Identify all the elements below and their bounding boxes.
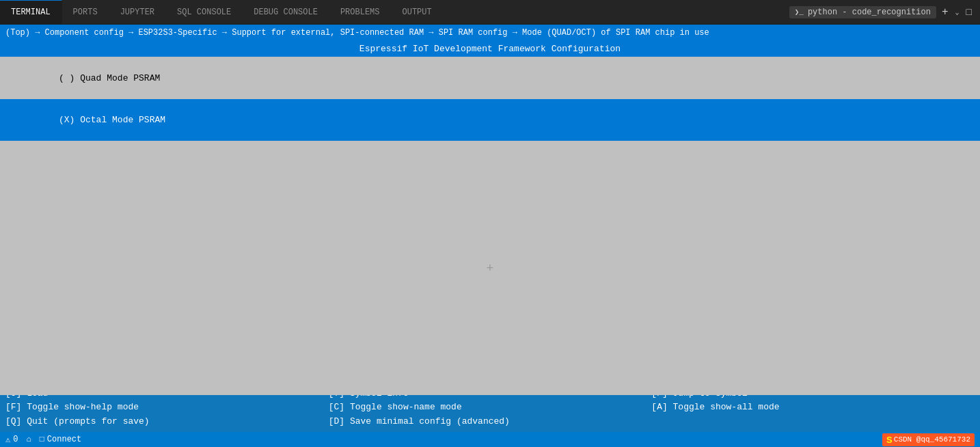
tab-jupyter[interactable]: JUPYTER: [109, 0, 166, 25]
plus-icon: +: [487, 262, 494, 275]
breadcrumb-text: (Top) → Component config → ESP32S3-Speci…: [5, 28, 709, 38]
help-show-name: [C] Toggle show-name mode: [329, 401, 652, 415]
menu-area: ( ) Quad Mode PSRAM (X) Octal Mode PSRAM: [0, 57, 980, 142]
menu-item-quad[interactable]: ( ) Quad Mode PSRAM: [0, 58, 980, 100]
framework-title-bar: Espressif IoT Development Framework Conf…: [0, 42, 980, 57]
connect-label: Connect: [47, 435, 81, 444]
status-home[interactable]: ⌂: [26, 435, 31, 444]
tab-sql-console[interactable]: SQL CONSOLE: [166, 0, 243, 25]
help-row-4: [Q] Quit (prompts for save) [D] Save min…: [5, 415, 975, 429]
csdn-watermark: S CSDN @qq_45671732: [882, 433, 975, 446]
tab-problems[interactable]: PROBLEMS: [329, 0, 392, 25]
framework-title: Espressif IoT Development Framework Conf…: [359, 44, 621, 54]
connect-icon: □: [40, 435, 44, 444]
error-icon: ⚠: [5, 435, 10, 445]
watermark-text: CSDN @qq_45671732: [894, 435, 970, 444]
content-spacer: +: [0, 142, 980, 395]
tab-ports[interactable]: PORTS: [62, 0, 109, 25]
add-terminal-icon[interactable]: +: [939, 6, 951, 18]
home-icon: ⌂: [26, 435, 31, 444]
terminal-body: (Top) → Component config → ESP32S3-Speci…: [0, 25, 980, 447]
status-connect[interactable]: □ Connect: [40, 435, 82, 444]
terminal-dropdown-icon[interactable]: ⌄: [954, 8, 961, 16]
help-row-3: [F] Toggle show-help mode [C] Toggle sho…: [5, 401, 975, 415]
tab-output[interactable]: OUTPUT: [392, 0, 444, 25]
tab-debug-console[interactable]: DEBUG CONSOLE: [243, 0, 329, 25]
help-quit: [Q] Quit (prompts for save): [5, 415, 329, 429]
csdn-logo: S: [886, 435, 893, 445]
terminal-instance-label[interactable]: ❯_ python - code_recognition: [789, 6, 936, 18]
help-show-help: [F] Toggle show-help mode: [5, 401, 329, 415]
breadcrumb-bar: (Top) → Component config → ESP32S3-Speci…: [0, 25, 980, 42]
error-count: 0: [13, 435, 18, 444]
tab-terminal[interactable]: TERMINAL: [0, 0, 62, 25]
tab-bar-right: ❯_ python - code_recognition + ⌄ □: [789, 6, 980, 18]
tab-bar: TERMINAL PORTS JUPYTER SQL CONSOLE DEBUG…: [0, 0, 980, 25]
help-empty: [651, 415, 975, 429]
watermark-area: S CSDN @qq_45671732: [882, 433, 975, 446]
main-content-area: ( ) Quad Mode PSRAM (X) Octal Mode PSRAM…: [0, 57, 980, 367]
terminal-maximize-icon[interactable]: □: [964, 7, 975, 18]
menu-item-octal[interactable]: (X) Octal Mode PSRAM: [0, 99, 980, 141]
terminal-prompt-icon: ❯_: [795, 8, 804, 16]
status-bar: ⚠ 0 ⌂ □ Connect S CSDN @qq_45671732: [0, 432, 980, 447]
help-save-minimal: [D] Save minimal config (advanced): [329, 415, 652, 429]
status-errors: ⚠ 0: [5, 435, 18, 445]
help-show-all: [A] Toggle show-all mode: [651, 401, 975, 415]
